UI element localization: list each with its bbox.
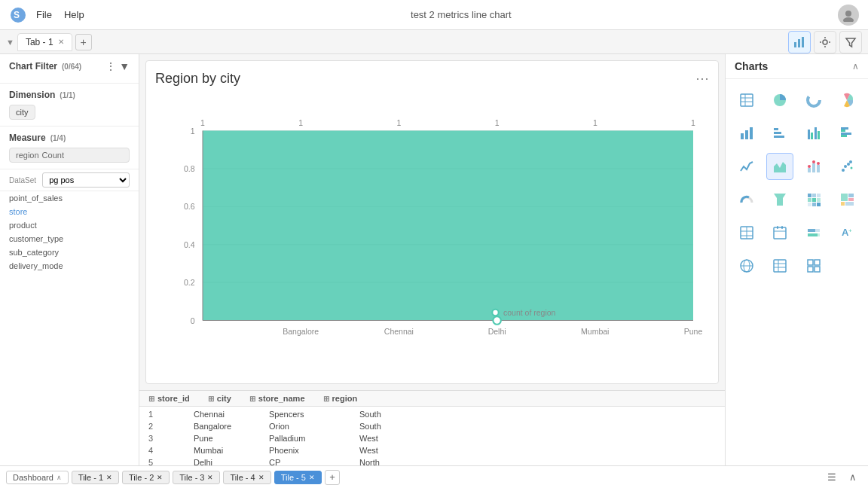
chart-type-text-chart[interactable]: A+ — [833, 219, 860, 246]
dimension-label: Dimension — [9, 90, 55, 100]
bottom-tile-5[interactable]: Tile - 5 ✕ — [274, 471, 322, 484]
tab-1[interactable]: Tab - 1 ✕ — [17, 33, 72, 51]
svg-text:Chennai: Chennai — [384, 327, 414, 336]
chart-type-funnel[interactable] — [766, 186, 793, 213]
svg-text:0.4: 0.4 — [184, 240, 195, 249]
bottom-tab-dashboard[interactable]: Dashboard ∧ — [6, 471, 69, 484]
chart-type-rose[interactable] — [833, 87, 860, 114]
dataset-item-product[interactable]: product — [0, 218, 139, 232]
svg-rect-51 — [815, 127, 817, 139]
chart-type-grouped-bar[interactable] — [800, 120, 827, 147]
chart-type-heatmap[interactable] — [800, 186, 827, 213]
svg-point-3 — [843, 17, 854, 22]
chart-type-bar[interactable] — [733, 120, 760, 147]
svg-text:Mumbai: Mumbai — [581, 327, 609, 336]
tab-close-btn[interactable]: ✕ — [58, 38, 64, 46]
chart-type-line[interactable] — [733, 153, 760, 180]
chart-filter-section: Chart Filter (0/64) ⋮ ▼ — [0, 54, 139, 84]
tile-5-close[interactable]: ✕ — [309, 474, 315, 481]
main-content: Chart Filter (0/64) ⋮ ▼ Dimension (1/1) … — [0, 54, 868, 488]
tile-2-label: Tile - 2 — [129, 473, 154, 482]
cell-store-id-4: 4 — [148, 446, 194, 455]
chart-type-scatter[interactable] — [833, 153, 860, 180]
svg-text:S: S — [14, 10, 20, 20]
measure-chip[interactable]: region Count — [9, 148, 130, 163]
tile-4-close[interactable]: ✕ — [258, 474, 264, 481]
chart-type-table2[interactable] — [733, 219, 760, 246]
tile-5-label: Tile - 5 — [281, 473, 306, 482]
chart-type-grouped-hbar[interactable] — [833, 120, 860, 147]
tab-dropdown-arrow[interactable]: ▼ — [6, 38, 14, 47]
dataset-item-sub-category[interactable]: sub_category — [0, 246, 139, 259]
measure-section: Measure (1/4) region Count — [0, 127, 139, 169]
chart-type-gauge[interactable] — [733, 186, 760, 213]
dimension-badge: (1/1) — [60, 91, 75, 99]
filter-toggle[interactable] — [839, 31, 862, 53]
svg-rect-6 — [802, 37, 804, 47]
dataset-items: point_of_sales store product customer_ty… — [0, 191, 139, 487]
chart-type-geo1[interactable] — [733, 252, 760, 279]
bar-chart-toggle[interactable] — [788, 31, 811, 53]
dimension-section: Dimension (1/1) city — [0, 84, 139, 127]
chart-type-bullet-bar[interactable] — [800, 219, 827, 246]
chart-more-button[interactable]: ⋯ — [695, 70, 709, 87]
settings-toggle[interactable] — [814, 31, 836, 53]
tile-1-close[interactable]: ✕ — [106, 474, 112, 481]
svg-text:1: 1 — [593, 118, 598, 127]
measure-badge: (1/4) — [50, 134, 66, 142]
col-header-city: ⊞ city — [208, 394, 231, 403]
charts-panel-collapse[interactable]: ∧ — [852, 61, 859, 72]
bottom-tile-2[interactable]: Tile - 2 ✕ — [122, 471, 170, 484]
dataset-item-store[interactable]: store — [0, 205, 139, 218]
menu-file[interactable]: File — [36, 9, 52, 20]
chart-type-scatter-bar[interactable] — [800, 153, 827, 180]
svg-rect-78 — [817, 203, 821, 206]
bottom-tile-1[interactable]: Tile - 1 ✕ — [72, 471, 119, 484]
svg-rect-101 — [774, 260, 786, 272]
charts-grid: A+ — [726, 79, 868, 287]
tab-add-button[interactable]: + — [75, 34, 92, 50]
chart-type-hbar[interactable] — [766, 120, 793, 147]
avatar[interactable] — [838, 5, 859, 26]
dataset-item-point-of-sales[interactable]: point_of_sales — [0, 191, 139, 205]
dimension-value[interactable]: city — [9, 105, 35, 120]
cell-region-2: South — [359, 422, 420, 431]
svg-point-67 — [849, 160, 852, 163]
tile-3-close[interactable]: ✕ — [207, 474, 213, 481]
chart-type-grid[interactable] — [800, 252, 827, 279]
cell-region-4: West — [359, 446, 420, 455]
svg-rect-81 — [848, 198, 854, 201]
svg-text:0.8: 0.8 — [184, 164, 195, 173]
chart-type-geo2[interactable] — [766, 252, 793, 279]
svg-marker-57 — [774, 162, 786, 172]
bottom-add-tile[interactable]: + — [325, 470, 340, 485]
dataset-item-customer-type[interactable]: customer_type — [0, 232, 139, 246]
cell-region-3: West — [359, 434, 420, 443]
chart-title: Region by city — [155, 71, 240, 87]
tile-2-close[interactable]: ✕ — [157, 474, 163, 481]
chart-filter-collapse[interactable]: ▼ — [119, 60, 130, 72]
left-sidebar: Chart Filter (0/64) ⋮ ▼ Dimension (1/1) … — [0, 54, 139, 488]
bottom-menu-icon[interactable]: ☰ — [823, 468, 841, 486]
measure-label: Measure — [9, 133, 46, 143]
dataset-item-delivery-mode[interactable]: delivery_mode — [0, 259, 139, 273]
menu-help[interactable]: Help — [64, 9, 84, 20]
dataset-dropdown[interactable]: pg pos — [42, 172, 130, 188]
svg-text:1: 1 — [396, 118, 401, 127]
chart-type-calendar[interactable] — [766, 219, 793, 246]
chart-type-pie[interactable] — [766, 87, 793, 114]
svg-rect-47 — [774, 132, 781, 134]
bottom-collapse-icon[interactable]: ∧ — [844, 468, 862, 486]
chart-type-area[interactable] — [766, 153, 793, 180]
chart-filter-more[interactable]: ⋮ — [105, 60, 116, 72]
svg-text:0.2: 0.2 — [184, 278, 195, 287]
bottom-tile-4[interactable]: Tile - 4 ✕ — [223, 471, 270, 484]
bottombar: Dashboard ∧ Tile - 1 ✕ Tile - 2 ✕ Tile -… — [0, 465, 868, 488]
chart-type-treemap[interactable] — [833, 186, 860, 213]
bottom-tile-3[interactable]: Tile - 3 ✕ — [173, 471, 220, 484]
chart-type-donut[interactable] — [800, 87, 827, 114]
table-body: 1 Chennai Spencers South 2 Bangalore Ori… — [139, 407, 725, 470]
cell-store-name-1: Spencers — [269, 410, 359, 419]
svg-marker-69 — [774, 194, 786, 206]
chart-type-table[interactable] — [733, 87, 760, 114]
